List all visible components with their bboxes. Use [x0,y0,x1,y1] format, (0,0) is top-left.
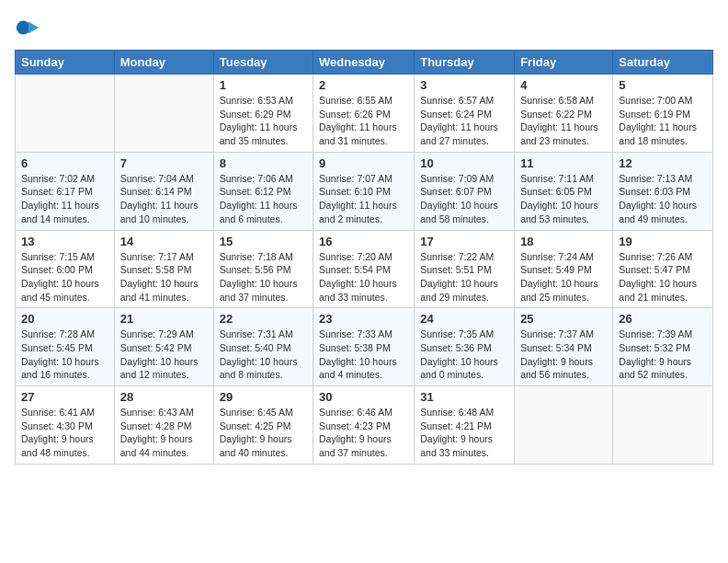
table-row [16,75,115,153]
day-number: 24 [420,312,508,326]
calendar-week-row: 13Sunrise: 7:15 AM Sunset: 6:00 PM Dayli… [16,230,713,308]
header-sunday: Sunday [16,51,115,75]
day-info: Sunrise: 6:41 AM Sunset: 4:30 PM Dayligh… [21,406,108,460]
day-info: Sunrise: 6:58 AM Sunset: 6:22 PM Dayligh… [520,94,607,148]
day-info: Sunrise: 6:53 AM Sunset: 6:29 PM Dayligh… [220,94,307,148]
day-number: 25 [520,312,607,326]
day-info: Sunrise: 6:48 AM Sunset: 4:21 PM Dayligh… [420,406,508,460]
table-row: 14Sunrise: 7:17 AM Sunset: 5:58 PM Dayli… [114,230,213,308]
day-info: Sunrise: 7:26 AM Sunset: 5:47 PM Dayligh… [619,250,707,304]
day-info: Sunrise: 7:33 AM Sunset: 5:38 PM Dayligh… [319,327,408,382]
table-row: 23Sunrise: 7:33 AM Sunset: 5:38 PM Dayli… [313,308,415,386]
day-info: Sunrise: 6:57 AM Sunset: 6:24 PM Dayligh… [420,94,508,148]
day-info: Sunrise: 7:18 AM Sunset: 5:56 PM Dayligh… [220,250,307,304]
day-number: 10 [420,156,508,170]
day-info: Sunrise: 7:20 AM Sunset: 5:54 PM Dayligh… [319,250,408,304]
day-info: Sunrise: 7:13 AM Sunset: 6:03 PM Dayligh… [619,172,707,226]
calendar-week-row: 20Sunrise: 7:28 AM Sunset: 5:45 PM Dayli… [16,308,713,386]
day-info: Sunrise: 7:22 AM Sunset: 5:51 PM Dayligh… [420,250,508,304]
table-row: 9Sunrise: 7:07 AM Sunset: 6:10 PM Daylig… [313,152,415,230]
day-number: 30 [319,390,408,404]
day-info: Sunrise: 7:35 AM Sunset: 5:36 PM Dayligh… [420,327,508,382]
day-number: 21 [120,312,208,326]
day-info: Sunrise: 7:02 AM Sunset: 6:17 PM Dayligh… [21,172,108,226]
day-number: 16 [319,235,408,248]
calendar-week-row: 1Sunrise: 6:53 AM Sunset: 6:29 PM Daylig… [16,75,713,153]
day-info: Sunrise: 6:43 AM Sunset: 4:28 PM Dayligh… [120,406,208,460]
day-number: 19 [619,235,707,248]
day-number: 1 [220,78,307,92]
table-row: 27Sunrise: 6:41 AM Sunset: 4:30 PM Dayli… [16,386,115,465]
day-info: Sunrise: 7:39 AM Sunset: 5:32 PM Dayligh… [619,327,707,382]
calendar-header-row: Sunday Monday Tuesday Wednesday Thursday… [16,51,713,75]
day-info: Sunrise: 7:15 AM Sunset: 6:00 PM Dayligh… [21,250,108,304]
table-row: 15Sunrise: 7:18 AM Sunset: 5:56 PM Dayli… [213,230,313,308]
table-row: 16Sunrise: 7:20 AM Sunset: 5:54 PM Dayli… [313,230,415,308]
table-row: 4Sunrise: 6:58 AM Sunset: 6:22 PM Daylig… [515,75,613,153]
day-info: Sunrise: 7:17 AM Sunset: 5:58 PM Dayligh… [120,250,208,304]
table-row: 10Sunrise: 7:09 AM Sunset: 6:07 PM Dayli… [415,152,515,230]
table-row: 1Sunrise: 6:53 AM Sunset: 6:29 PM Daylig… [213,75,313,153]
day-info: Sunrise: 6:55 AM Sunset: 6:26 PM Dayligh… [319,94,408,148]
table-row: 3Sunrise: 6:57 AM Sunset: 6:24 PM Daylig… [415,75,515,153]
page-header [15,15,713,40]
svg-marker-1 [28,21,39,33]
table-row: 6Sunrise: 7:02 AM Sunset: 6:17 PM Daylig… [16,152,115,230]
table-row: 22Sunrise: 7:31 AM Sunset: 5:40 PM Dayli… [213,308,313,386]
day-number: 9 [319,156,408,170]
table-row [114,75,213,153]
header-saturday: Saturday [613,51,713,75]
day-info: Sunrise: 7:28 AM Sunset: 5:45 PM Dayligh… [21,327,108,382]
day-info: Sunrise: 7:06 AM Sunset: 6:12 PM Dayligh… [220,172,307,226]
table-row: 8Sunrise: 7:06 AM Sunset: 6:12 PM Daylig… [213,152,313,230]
table-row: 18Sunrise: 7:24 AM Sunset: 5:49 PM Dayli… [515,230,613,308]
day-number: 26 [619,312,707,326]
day-number: 4 [520,78,607,92]
day-number: 7 [120,156,208,170]
table-row: 17Sunrise: 7:22 AM Sunset: 5:51 PM Dayli… [415,230,515,308]
day-number: 31 [420,390,508,404]
day-info: Sunrise: 7:24 AM Sunset: 5:49 PM Dayligh… [520,250,607,304]
header-monday: Monday [114,51,213,75]
table-row: 26Sunrise: 7:39 AM Sunset: 5:32 PM Dayli… [613,308,713,386]
day-number: 14 [120,235,208,248]
table-row: 11Sunrise: 7:11 AM Sunset: 6:05 PM Dayli… [515,152,613,230]
day-info: Sunrise: 7:07 AM Sunset: 6:10 PM Dayligh… [319,172,408,226]
table-row: 2Sunrise: 6:55 AM Sunset: 6:26 PM Daylig… [313,75,415,153]
table-row: 24Sunrise: 7:35 AM Sunset: 5:36 PM Dayli… [415,308,515,386]
header-thursday: Thursday [415,51,515,75]
day-number: 15 [220,235,307,248]
day-number: 23 [319,312,408,326]
day-number: 13 [21,235,108,248]
day-number: 5 [619,78,707,92]
day-number: 8 [220,156,307,170]
day-info: Sunrise: 7:11 AM Sunset: 6:05 PM Dayligh… [520,172,607,226]
day-info: Sunrise: 7:37 AM Sunset: 5:34 PM Dayligh… [520,327,607,382]
day-number: 2 [319,78,408,92]
logo [15,15,44,40]
day-info: Sunrise: 7:00 AM Sunset: 6:19 PM Dayligh… [619,94,707,148]
table-row [613,386,713,465]
table-row: 12Sunrise: 7:13 AM Sunset: 6:03 PM Dayli… [613,152,713,230]
table-row [515,386,613,465]
day-number: 20 [21,312,108,326]
day-info: Sunrise: 7:29 AM Sunset: 5:42 PM Dayligh… [120,327,208,382]
day-number: 12 [619,156,707,170]
logo-icon [15,15,40,40]
day-info: Sunrise: 6:46 AM Sunset: 4:23 PM Dayligh… [319,406,408,460]
day-number: 11 [520,156,607,170]
day-number: 17 [420,235,508,248]
day-number: 6 [21,156,108,170]
table-row: 29Sunrise: 6:45 AM Sunset: 4:25 PM Dayli… [213,386,313,465]
table-row: 19Sunrise: 7:26 AM Sunset: 5:47 PM Dayli… [613,230,713,308]
table-row: 30Sunrise: 6:46 AM Sunset: 4:23 PM Dayli… [313,386,415,465]
svg-point-0 [17,21,30,35]
day-number: 28 [120,390,208,404]
header-wednesday: Wednesday [313,51,415,75]
day-info: Sunrise: 6:45 AM Sunset: 4:25 PM Dayligh… [220,406,307,460]
table-row: 13Sunrise: 7:15 AM Sunset: 6:00 PM Dayli… [16,230,115,308]
table-row: 5Sunrise: 7:00 AM Sunset: 6:19 PM Daylig… [613,75,713,153]
table-row: 31Sunrise: 6:48 AM Sunset: 4:21 PM Dayli… [415,386,515,465]
header-tuesday: Tuesday [213,51,313,75]
day-info: Sunrise: 7:09 AM Sunset: 6:07 PM Dayligh… [420,172,508,226]
